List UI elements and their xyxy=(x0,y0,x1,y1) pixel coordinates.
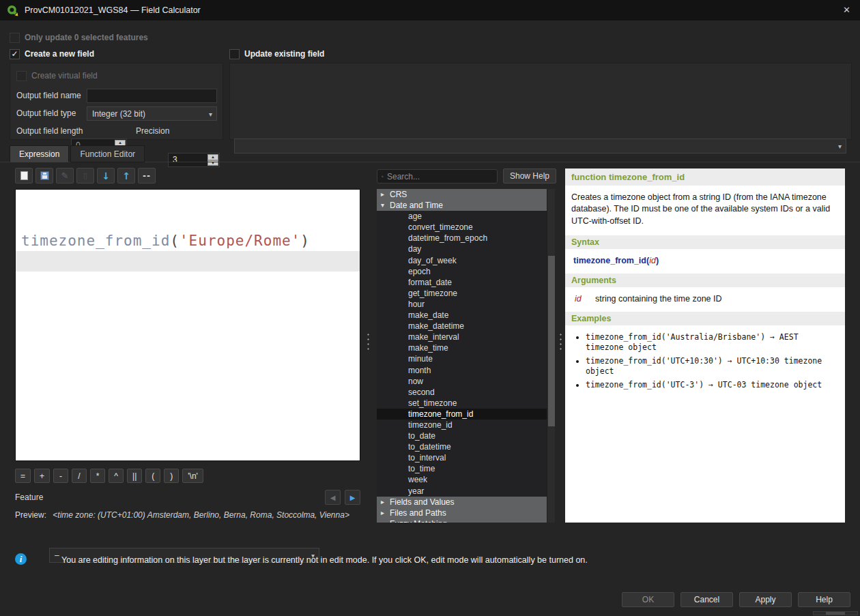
tree-item-day-of-week[interactable]: day_of_week xyxy=(377,255,547,266)
close-icon[interactable]: ✕ xyxy=(843,5,850,15)
tree-item-get-timezone[interactable]: get_timezone xyxy=(377,288,547,299)
chevron-right-icon[interactable]: ▸ xyxy=(381,508,384,518)
create-new-field-label: Create a new field xyxy=(25,49,94,59)
tree-label: timezone_id xyxy=(408,420,453,430)
show-help-button[interactable]: Show Help xyxy=(503,168,556,184)
tree-item-make-date[interactable]: make_date xyxy=(377,310,547,321)
tree-item-epoch[interactable]: epoch xyxy=(377,266,547,277)
precision-label: Precision xyxy=(136,124,169,138)
tree-item-make-time[interactable]: make_time xyxy=(377,342,547,353)
tree-item-timezone-id[interactable]: timezone_id xyxy=(377,420,547,430)
function-search[interactable] xyxy=(377,169,498,184)
tree-item-to-interval[interactable]: to_interval xyxy=(377,452,547,463)
tree-item-make-interval[interactable]: make_interval xyxy=(377,332,547,342)
create-virtual-field-checkbox[interactable]: ✓ Create virtual field xyxy=(16,70,98,81)
preview-row: Preview: <time zone: (UTC+01:00) Amsterd… xyxy=(15,510,349,520)
delete-expression-button[interactable]: ▯ xyxy=(76,168,94,184)
operator-button-open-paren[interactable]: ( xyxy=(145,469,160,483)
qgis-logo-icon xyxy=(7,5,18,16)
tree-label: to_datetime xyxy=(408,442,451,452)
splitter-handle[interactable] xyxy=(559,332,562,353)
tree-item-datetime-from-epoch[interactable]: datetime_from_epoch xyxy=(377,233,547,244)
operator-button-close-paren[interactable]: ) xyxy=(164,469,179,483)
operator-button-concat[interactable]: || xyxy=(127,469,142,483)
save-expression-icon xyxy=(40,171,49,180)
tree-item-month[interactable]: month xyxy=(377,365,547,376)
chevron-right-icon[interactable]: ▸ xyxy=(381,497,384,508)
tree-label: epoch xyxy=(408,267,431,276)
chevron-right-icon[interactable]: ▸ xyxy=(381,518,384,523)
tree-item-minute[interactable]: minute xyxy=(377,353,547,364)
tree-item-set-timezone[interactable]: set_timezone xyxy=(377,398,547,409)
operator-button-multiply[interactable]: * xyxy=(90,469,105,483)
cancel-button[interactable]: Cancel xyxy=(680,592,733,607)
tree-group-crs[interactable]: ▸CRS xyxy=(377,189,547,200)
tree-item-year[interactable]: year xyxy=(377,486,547,497)
operator-button-plus[interactable]: + xyxy=(34,469,50,483)
spin-down-button[interactable]: ▼ xyxy=(207,160,218,166)
scrollbar-thumb[interactable] xyxy=(548,256,555,426)
tree-item-to-time[interactable]: to_time xyxy=(377,463,547,474)
new-expression-button[interactable] xyxy=(15,168,33,184)
edit-expression-button[interactable]: ✎ xyxy=(56,168,74,184)
export-expressions-button[interactable]: ↑ xyxy=(117,168,135,184)
tree-label: month xyxy=(408,366,431,375)
tab-function-editor[interactable]: Function Editor xyxy=(70,145,145,162)
tree-group-fields-and-values[interactable]: ▸Fields and Values xyxy=(377,497,547,508)
expression-editor[interactable]: timezone_from_id('Europe/Rome') xyxy=(15,189,360,461)
previous-feature-button[interactable]: ◀ xyxy=(325,490,341,505)
ok-button[interactable]: OK xyxy=(622,592,674,607)
splitter-handle[interactable] xyxy=(367,332,370,353)
tree-item-to-datetime[interactable]: to_datetime xyxy=(377,441,547,452)
help-button[interactable]: Help xyxy=(798,592,850,607)
tree-group-date-and-time[interactable]: ▾Date and Time xyxy=(377,200,547,211)
tree-group-fuzzy-matching[interactable]: ▸Fuzzy Matching xyxy=(377,518,547,523)
tree-item-now[interactable]: now xyxy=(377,376,547,387)
tree-item-second[interactable]: second xyxy=(377,387,547,398)
operator-button-divide[interactable]: / xyxy=(72,469,87,483)
tree-item-day[interactable]: day xyxy=(377,244,547,254)
tree-item-format-date[interactable]: format_date xyxy=(377,277,547,288)
token-string-literal: 'Europe/Rome' xyxy=(180,233,300,249)
tree-scrollbar[interactable] xyxy=(547,189,555,523)
tree-item-age[interactable]: age xyxy=(377,211,547,222)
tree-item-convert-timezone[interactable]: convert_timezone xyxy=(377,222,547,233)
syntax-line: timezone_from_id(id) xyxy=(565,249,845,267)
chevron-down-icon[interactable]: ▾ xyxy=(381,200,384,211)
tree-label: to_interval xyxy=(408,453,446,463)
tree-item-timezone-from-id[interactable]: timezone_from_id xyxy=(377,409,547,420)
apply-button[interactable]: Apply xyxy=(739,592,792,607)
create-new-field-checkbox[interactable]: ✓ Create a new field xyxy=(10,48,94,59)
comment-button[interactable]: -- xyxy=(138,168,156,184)
example-item: timezone_from_id('UTC+10:30') → UTC+10:3… xyxy=(586,356,831,377)
operator-button-power[interactable]: ^ xyxy=(109,469,124,483)
resize-grip xyxy=(813,611,858,615)
save-expression-button[interactable] xyxy=(35,168,53,184)
tree-label: week xyxy=(408,475,427,484)
tree-item-make-datetime[interactable]: make_datetime xyxy=(377,321,547,332)
import-expressions-button[interactable]: ↓ xyxy=(97,168,115,184)
operator-button-minus[interactable]: - xyxy=(53,469,68,483)
precision-spinner[interactable]: 3 ▲ ▼ xyxy=(168,153,220,167)
tree-label: convert_timezone xyxy=(408,222,473,232)
tree-item-hour[interactable]: hour xyxy=(377,299,547,310)
chevron-right-icon[interactable]: ▸ xyxy=(381,189,384,200)
tree-group-files-and-paths[interactable]: ▸Files and Paths xyxy=(377,508,547,518)
output-field-type-select[interactable]: Integer (32 bit) ▾ xyxy=(87,106,217,121)
tab-expression[interactable]: Expression xyxy=(10,145,69,162)
operator-button-newline[interactable]: '\n' xyxy=(182,469,203,483)
info-icon: i xyxy=(15,553,27,565)
search-input[interactable] xyxy=(387,172,493,181)
existing-field-select[interactable]: ▾ xyxy=(234,138,846,153)
import-expressions-icon: ↓ xyxy=(102,171,110,181)
spin-up-button[interactable]: ▲ xyxy=(207,154,218,160)
output-field-name-input[interactable] xyxy=(87,89,217,103)
tree-item-to-date[interactable]: to_date xyxy=(377,430,547,441)
tree-item-week[interactable]: week xyxy=(377,474,547,485)
update-existing-field-checkbox[interactable]: ✓ Update existing field xyxy=(229,48,324,59)
next-feature-button[interactable]: ▶ xyxy=(345,490,360,505)
checkbox-box: ✓ xyxy=(10,33,20,43)
example-item: timezone_from_id('UTC-3') → UTC-03 timez… xyxy=(586,380,831,390)
only-update-selected-checkbox[interactable]: ✓ Only update 0 selected features xyxy=(10,32,148,43)
operator-button-equals[interactable]: = xyxy=(15,469,31,483)
